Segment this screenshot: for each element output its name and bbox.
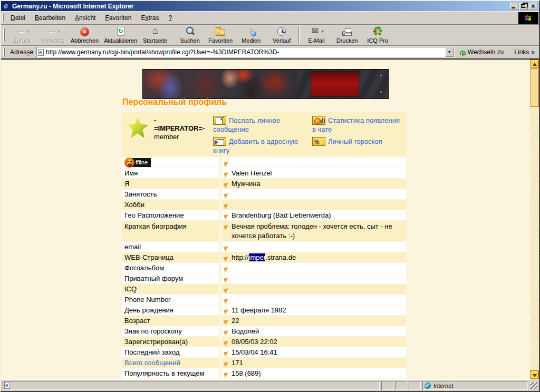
links-menu[interactable]: Links » bbox=[512, 48, 538, 56]
page-title: Персональный профиль bbox=[122, 97, 227, 107]
menu-help[interactable]: ? bbox=[164, 12, 177, 24]
links-label: Links bbox=[514, 48, 529, 56]
profile-link[interactable]: Добавить в адресную книгу bbox=[213, 137, 303, 155]
status-pane bbox=[409, 381, 421, 390]
history-button[interactable]: Verlauf bbox=[266, 25, 297, 45]
toolbar-button-label: Favoriten bbox=[208, 37, 233, 44]
close-button[interactable]: × bbox=[529, 3, 537, 10]
toolbar-button-label: Drucken bbox=[334, 37, 360, 44]
status-message-pane bbox=[3, 381, 380, 390]
window-title: Germany.ru - Microsoft Internet Explorer bbox=[12, 3, 508, 10]
minimize-button[interactable] bbox=[510, 3, 518, 10]
field-label: Последний заход bbox=[122, 347, 219, 357]
back-button[interactable]: ←▾Zurück bbox=[7, 25, 37, 45]
field-label[interactable]: Всего сообщений bbox=[122, 358, 219, 368]
field-label: WEB-Страница bbox=[122, 252, 219, 262]
home-button[interactable]: ⌂Startseite bbox=[140, 25, 170, 45]
arrow-bullet-icon bbox=[223, 255, 229, 261]
toolbar-grip[interactable] bbox=[3, 28, 5, 42]
arrow-bullet-icon bbox=[223, 308, 229, 314]
value-text: Водолей bbox=[232, 327, 259, 336]
fav-button[interactable]: Favoriten bbox=[205, 25, 236, 45]
arrow-bullet-icon bbox=[223, 287, 229, 293]
arrow-bullet-icon bbox=[223, 192, 229, 198]
dropdown-arrow-icon[interactable]: ▾ bbox=[57, 29, 60, 34]
media-button[interactable]: ♪Medien bbox=[236, 25, 266, 45]
field-value bbox=[222, 273, 406, 283]
scroll-down-button[interactable] bbox=[530, 370, 539, 379]
field-label: Хобби bbox=[122, 200, 219, 210]
field-value: Водолей bbox=[222, 326, 406, 336]
profile-link[interactable]: Личный гороскоп bbox=[312, 137, 402, 155]
scroll-up-button[interactable] bbox=[530, 60, 539, 68]
arrow-bullet-icon bbox=[223, 350, 229, 356]
menu-favorites[interactable]: Favoriten bbox=[100, 12, 136, 24]
resize-grip[interactable] bbox=[531, 382, 537, 389]
status-pane bbox=[381, 381, 393, 390]
toolbar-button-label: Medien bbox=[238, 37, 264, 44]
horoscope-icon bbox=[312, 137, 325, 146]
field-label: Возраст bbox=[122, 316, 219, 326]
page-scrollbar[interactable] bbox=[530, 60, 539, 379]
menu-file[interactable]: Datei bbox=[6, 12, 30, 24]
refresh-button[interactable]: ↻Aktualisieren bbox=[101, 25, 140, 45]
profile-header: - =IMPERATOR=- member Послать личное соо… bbox=[122, 112, 406, 156]
arrow-bullet-icon bbox=[223, 202, 229, 209]
profile-link[interactable]: Статистика появления в чате bbox=[312, 116, 402, 134]
scrollbar-thumb[interactable] bbox=[530, 70, 539, 107]
banner-screw-icon bbox=[379, 74, 382, 76]
status-bar: Internet bbox=[1, 379, 539, 391]
go-button[interactable]: Wechseln zu bbox=[457, 48, 507, 56]
field-label: День рождения bbox=[122, 305, 219, 315]
field-value: Brandenburg (Bad Liebenwerda) bbox=[222, 210, 406, 220]
restore-button[interactable] bbox=[519, 3, 528, 10]
field-value: Вечная проблема: голоден - хочется есть,… bbox=[222, 221, 406, 241]
field-label: email bbox=[122, 242, 219, 252]
refresh-icon: ↻ bbox=[117, 27, 124, 36]
offline-label: ffline bbox=[132, 158, 151, 167]
toolbar-button-label: Vorwärts bbox=[40, 37, 65, 44]
search-button[interactable]: Suchen bbox=[175, 25, 205, 45]
forward-button[interactable]: →▾Vorwärts bbox=[37, 25, 68, 45]
fav-icon bbox=[216, 29, 225, 36]
field-value bbox=[222, 158, 406, 168]
banner-image[interactable] bbox=[142, 69, 389, 99]
media-icon: ♪ bbox=[245, 26, 257, 36]
menu-tools[interactable]: Extras bbox=[137, 12, 164, 24]
address-dropdown-button[interactable]: ▼ bbox=[445, 47, 454, 57]
toolbar-button-label: Verlauf bbox=[269, 37, 294, 44]
toolbar-separator bbox=[172, 26, 173, 44]
mail-button[interactable]: ✉▾E-Mail bbox=[301, 25, 332, 45]
zone-label: Internet bbox=[433, 383, 453, 389]
dropdown-arrow-icon[interactable]: ▾ bbox=[27, 29, 29, 34]
value-text: 171 bbox=[232, 359, 243, 368]
print-icon bbox=[342, 31, 352, 36]
menu-edit[interactable]: Bearbeiten bbox=[30, 12, 70, 24]
stop-button[interactable]: ×Abbrechen bbox=[68, 25, 101, 45]
dropdown-arrow-icon[interactable]: ▾ bbox=[322, 29, 324, 34]
arrow-bullet-icon bbox=[223, 223, 229, 230]
value-text: 158 (689) bbox=[232, 369, 261, 378]
address-book-icon bbox=[213, 137, 226, 146]
profile-link[interactable]: Послать личное сообщение bbox=[213, 116, 303, 134]
banner-screw-icon bbox=[379, 91, 382, 93]
field-value bbox=[222, 200, 406, 210]
status-pane bbox=[395, 381, 407, 390]
member-role: member bbox=[154, 133, 208, 141]
arrow-bullet-icon bbox=[223, 244, 229, 251]
field-value: 11 февраля 1982 bbox=[222, 305, 406, 315]
security-zone-pane: Internet bbox=[422, 381, 528, 390]
arrow-bullet-icon bbox=[223, 371, 229, 377]
toolbar-button-label: E-Mail bbox=[304, 37, 329, 44]
toolbar-grip[interactable] bbox=[2, 14, 4, 23]
back-icon: ← bbox=[15, 26, 26, 36]
field-value: 158 (689) bbox=[222, 368, 406, 378]
field-value: 08/05/03 22:02 bbox=[222, 337, 406, 347]
address-input[interactable]: http://www.germany.ru/cgi-bin/portal/sho… bbox=[36, 47, 455, 57]
print-button[interactable]: Drucken bbox=[332, 25, 362, 45]
menu-view[interactable]: Ansicht bbox=[70, 12, 100, 24]
icq-button[interactable]: ICQ Pro bbox=[362, 25, 393, 45]
stop-icon: × bbox=[80, 27, 89, 36]
field-value bbox=[222, 295, 406, 305]
toolbar-grip[interactable] bbox=[3, 48, 5, 57]
